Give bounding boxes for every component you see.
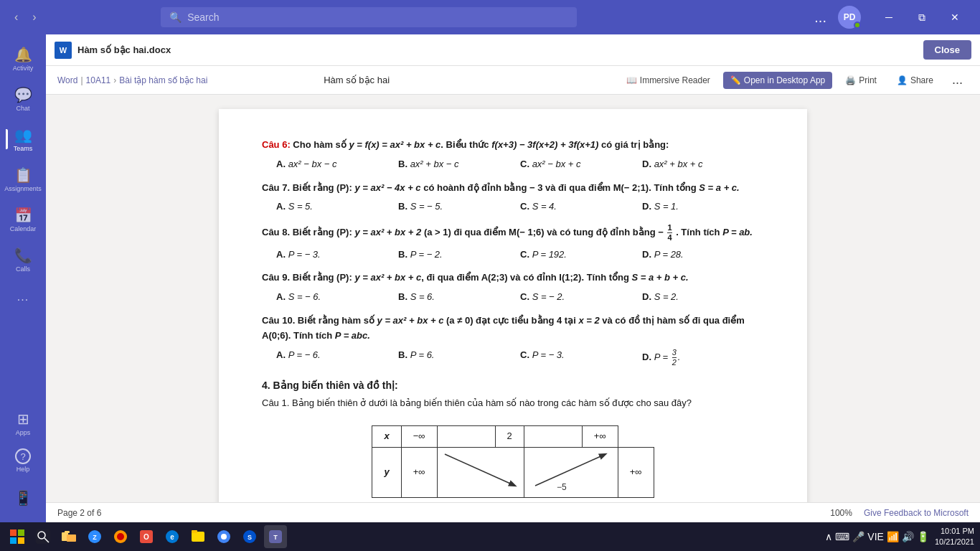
immersive-reader-icon: 📖 bbox=[626, 75, 637, 85]
immersive-reader-button[interactable]: 📖 Immersive Reader bbox=[619, 72, 717, 89]
svg-rect-4 bbox=[18, 529, 24, 536]
q7-answer-d: D. S = 1. bbox=[642, 198, 764, 216]
titlebar-right: ... PD ─ ⧉ ✕ bbox=[809, 0, 971, 34]
status-right: 100% Give Feedback to Microsoft bbox=[830, 508, 969, 518]
breadcrumb-word[interactable]: Word bbox=[57, 75, 77, 85]
taskbar-files[interactable] bbox=[187, 525, 209, 548]
wifi-icon[interactable]: 📶 bbox=[887, 531, 899, 542]
keyboard-icon[interactable]: ⌨ bbox=[835, 531, 849, 542]
sidebar-label-chat: Chat bbox=[16, 105, 29, 112]
search-input[interactable] bbox=[187, 11, 568, 23]
edit-icon: ✏️ bbox=[730, 75, 741, 85]
svg-rect-3 bbox=[10, 529, 17, 536]
start-button[interactable] bbox=[6, 525, 29, 548]
taskbar-date-value: 10/21/2021 bbox=[935, 537, 974, 547]
print-button[interactable]: 🖨️ Print bbox=[838, 72, 884, 89]
q8-answers: A. P = − 3. B. P = − 2. C. P = 192. D. P… bbox=[276, 246, 764, 264]
apps-icon: ⊞ bbox=[17, 410, 29, 428]
svg-line-1 bbox=[535, 454, 606, 486]
sidebar-item-device[interactable]: 📱 bbox=[6, 479, 40, 517]
teams-taskbar-icon: T bbox=[268, 529, 283, 545]
taskbar-icons: Z O e bbox=[32, 525, 287, 548]
titlebar: ‹ › 🔍 ... PD ─ ⧉ ✕ bbox=[0, 0, 980, 34]
sidebar-item-assignments[interactable]: 📋 Assignments bbox=[6, 161, 40, 198]
q8-answer-c: C. P = 192. bbox=[520, 246, 642, 264]
feedback-link[interactable]: Give Feedback to Microsoft bbox=[864, 508, 969, 518]
breadcrumb-class[interactable]: 10A11 bbox=[86, 75, 111, 85]
avatar[interactable]: PD bbox=[838, 6, 861, 29]
zoom-level: 100% bbox=[830, 508, 852, 518]
svg-text:e: e bbox=[170, 533, 174, 541]
sidebar-label-activity: Activity bbox=[13, 65, 34, 72]
q6-answer-c: C. ax² − bx + c bbox=[520, 156, 642, 174]
battery-icon[interactable]: 🔋 bbox=[917, 531, 929, 542]
q7-answer-c: C. S = 4. bbox=[520, 198, 642, 216]
sidebar-item-help[interactable]: ? Help bbox=[6, 442, 40, 479]
word-icon: W bbox=[55, 42, 72, 59]
taskbar-sourcetree[interactable]: S bbox=[238, 525, 261, 548]
sidebar-item-apps[interactable]: ⊞ Apps bbox=[6, 405, 40, 442]
breadcrumb-subject[interactable]: Bài tập hàm số bậc hai bbox=[119, 75, 207, 85]
taskbar-search[interactable] bbox=[32, 525, 55, 548]
taskbar-time-value: 10:01 PM bbox=[935, 526, 974, 537]
mic-icon[interactable]: 🎤 bbox=[852, 531, 864, 542]
volume-icon[interactable]: 🔊 bbox=[902, 531, 914, 542]
section4-q1: Câu 1. Bảng biến thiên ở dưới là bảng bi… bbox=[262, 396, 764, 502]
q7-answer-b: B. S = − 5. bbox=[398, 198, 520, 216]
svg-rect-6 bbox=[18, 537, 24, 544]
doc-body[interactable]: Câu 6: Cho hàm số y = f(x) = ax² + bx + … bbox=[46, 95, 980, 502]
sidebar-item-teams[interactable]: 👥 Teams bbox=[6, 121, 40, 158]
edge-icon: e bbox=[164, 529, 180, 545]
q10-answer-b: B. P = 6. bbox=[398, 347, 520, 369]
svg-text:−5: −5 bbox=[557, 482, 567, 491]
sidebar-item-activity[interactable]: 🔔 Activity bbox=[6, 40, 40, 77]
taskbar-chrome[interactable] bbox=[212, 525, 235, 548]
bt-row-x: x −∞ 2 +∞ bbox=[372, 426, 654, 448]
sourcetree-icon: S bbox=[242, 529, 258, 545]
activity-icon: 🔔 bbox=[14, 46, 32, 63]
sidebar-item-calls[interactable]: 📞 Calls bbox=[6, 241, 40, 278]
lang-label[interactable]: VIE bbox=[867, 531, 884, 542]
svg-rect-5 bbox=[10, 537, 17, 544]
q6-answer-a: A. ax² − bx − c bbox=[276, 156, 398, 174]
sidebar: 🔔 Activity 💬 Chat 👥 Teams 📋 Assignments … bbox=[0, 34, 46, 522]
share-button[interactable]: 👤 Share bbox=[890, 72, 941, 89]
breadcrumb-center-title: Hàm số bậc hai bbox=[324, 75, 390, 85]
svg-point-16 bbox=[117, 533, 124, 540]
sys-icons: ∧ ⌨ 🎤 VIE 📶 🔊 🔋 bbox=[825, 531, 929, 542]
question-9: Câu 9. Biết rằng (P): y = ax² + bx + c, … bbox=[262, 270, 764, 306]
restore-button[interactable]: ⧉ bbox=[905, 0, 938, 34]
more-options-button[interactable]: ... bbox=[809, 6, 832, 29]
up-arrow-icon[interactable]: ∧ bbox=[825, 531, 832, 542]
toolbar-more-button[interactable]: ... bbox=[946, 70, 969, 90]
taskbar-datetime[interactable]: 10:01 PM 10/21/2021 bbox=[935, 526, 974, 548]
print-icon: 🖨️ bbox=[845, 75, 856, 85]
sidebar-item-calendar[interactable]: 📅 Calendar bbox=[6, 201, 40, 238]
calendar-icon: 📅 bbox=[14, 207, 32, 224]
sidebar-label-calls: Calls bbox=[16, 265, 30, 273]
q7-answers: A. S = 5. B. S = − 5. C. S = 4. D. S = 1… bbox=[276, 198, 764, 216]
svg-rect-21 bbox=[192, 532, 204, 542]
taskbar-file-explorer[interactable] bbox=[57, 525, 80, 548]
svg-text:Z: Z bbox=[93, 534, 97, 541]
sidebar-label-calendar: Calendar bbox=[10, 225, 37, 232]
nav-forward-button[interactable]: › bbox=[27, 8, 42, 27]
svg-rect-11 bbox=[67, 534, 76, 542]
q9-answer-c: C. S = − 2. bbox=[520, 288, 642, 306]
taskbar-teams[interactable]: T bbox=[264, 525, 287, 548]
minimize-button[interactable]: ─ bbox=[872, 0, 905, 34]
sidebar-item-chat[interactable]: 💬 Chat bbox=[6, 80, 40, 118]
taskbar-zoom[interactable]: Z bbox=[83, 525, 106, 548]
taskbar-edge[interactable]: e bbox=[161, 525, 184, 548]
bien-thien-table-container: x −∞ 2 +∞ y +∞ bbox=[262, 420, 764, 502]
nav-back-button[interactable]: ‹ bbox=[9, 8, 24, 27]
search-bar[interactable]: 🔍 bbox=[161, 7, 577, 27]
taskbar-firefox[interactable] bbox=[109, 525, 132, 548]
app-layout: 🔔 Activity 💬 Chat 👥 Teams 📋 Assignments … bbox=[0, 34, 980, 522]
avatar-status bbox=[854, 22, 861, 29]
doc-close-button[interactable]: Close bbox=[923, 40, 971, 60]
open-desktop-button[interactable]: ✏️ Open in Desktop App bbox=[723, 72, 832, 89]
close-button[interactable]: ✕ bbox=[938, 0, 971, 34]
taskbar-office[interactable]: O bbox=[135, 525, 158, 548]
sidebar-item-more[interactable]: ··· bbox=[6, 281, 40, 319]
